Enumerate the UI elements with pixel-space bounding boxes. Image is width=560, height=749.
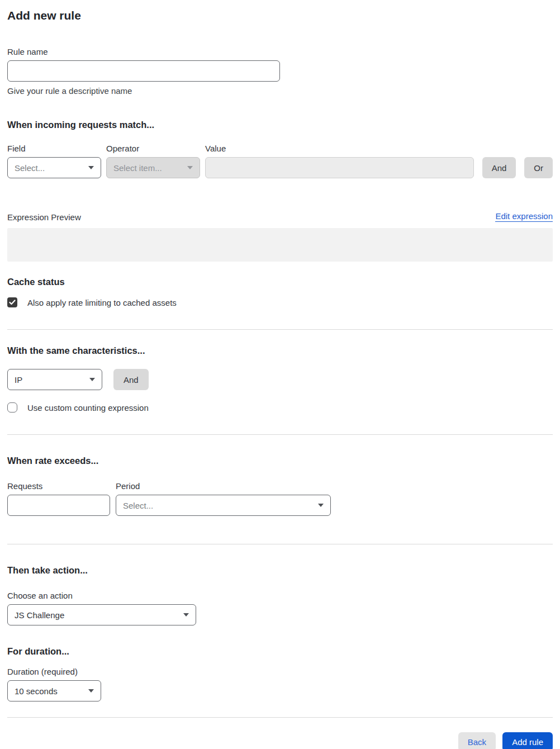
chevron-down-icon <box>88 166 94 169</box>
back-button[interactable]: Back <box>458 732 496 749</box>
custom-counting-expression-checkbox[interactable] <box>7 402 17 413</box>
characteristics-row: IP And <box>7 369 553 390</box>
characteristics-and-button[interactable]: And <box>113 369 149 390</box>
section-divider <box>7 329 553 330</box>
footer-divider <box>7 717 553 718</box>
requests-label: Requests <box>7 481 110 491</box>
rule-name-helper: Give your rule a descriptive name <box>7 86 553 96</box>
field-label: Field <box>7 144 101 153</box>
add-rule-form: Add new rule Rule name Give your rule a … <box>0 0 560 749</box>
cache-checkbox-row: Also apply rate limiting to cached asset… <box>7 297 553 307</box>
cached-assets-label: Also apply rate limiting to cached asset… <box>27 298 177 307</box>
chevron-down-icon <box>187 166 193 169</box>
section-divider <box>7 544 553 544</box>
cache-status-heading: Cache status <box>7 277 553 287</box>
edit-expression-link[interactable]: Edit expression <box>495 211 553 222</box>
field-select-value: Select... <box>15 163 83 173</box>
period-label: Period <box>116 481 331 491</box>
action-select[interactable]: JS Challenge <box>7 604 196 625</box>
expression-preview-box <box>7 228 553 262</box>
period-select-value: Select... <box>123 501 312 510</box>
requests-input[interactable] <box>7 495 110 516</box>
expression-preview-label: Expression Preview <box>7 212 81 222</box>
or-button[interactable]: Or <box>524 157 553 178</box>
match-row: Field Select... Operator Select item... … <box>7 144 553 178</box>
operator-select: Select item... <box>106 157 200 178</box>
characteristic-select[interactable]: IP <box>7 369 102 390</box>
section-divider <box>7 434 553 435</box>
chevron-down-icon <box>89 378 95 381</box>
chevron-down-icon <box>88 689 94 693</box>
chevron-down-icon <box>183 613 189 617</box>
field-select[interactable]: Select... <box>7 157 101 178</box>
value-input <box>205 157 474 178</box>
operator-select-value: Select item... <box>113 163 182 173</box>
and-button[interactable]: And <box>482 157 516 178</box>
rule-name-group: Rule name Give your rule a descriptive n… <box>7 47 553 96</box>
value-label: Value <box>205 144 474 153</box>
rate-row: Requests Period Select... <box>7 481 553 516</box>
checkmark-icon <box>9 300 16 305</box>
match-section-heading: When incoming requests match... <box>7 120 553 130</box>
chevron-down-icon <box>318 504 324 507</box>
choose-action-label: Choose an action <box>7 591 553 600</box>
page-title: Add new rule <box>7 9 553 22</box>
operator-label: Operator <box>106 144 200 153</box>
duration-select[interactable]: 10 seconds <box>7 680 101 701</box>
rule-name-input[interactable] <box>7 60 280 82</box>
duration-heading: For duration... <box>7 646 553 657</box>
characteristic-select-value: IP <box>15 375 84 385</box>
take-action-heading: Then take action... <box>7 565 553 576</box>
duration-label: Duration (required) <box>7 667 553 676</box>
custom-expression-row: Use custom counting expression <box>7 402 553 413</box>
add-rule-button[interactable]: Add rule <box>502 732 553 749</box>
action-select-value: JS Challenge <box>15 610 178 620</box>
expression-preview-header: Expression Preview Edit expression <box>7 211 553 222</box>
characteristics-heading: With the same characteristics... <box>7 345 553 356</box>
cached-assets-checkbox[interactable] <box>7 297 17 307</box>
footer-actions: Back Add rule <box>7 732 553 749</box>
duration-select-value: 10 seconds <box>15 686 83 696</box>
rate-exceeds-heading: When rate exceeds... <box>7 456 553 466</box>
period-select[interactable]: Select... <box>116 495 331 516</box>
custom-counting-expression-label: Use custom counting expression <box>27 403 149 413</box>
rule-name-label: Rule name <box>7 47 553 56</box>
